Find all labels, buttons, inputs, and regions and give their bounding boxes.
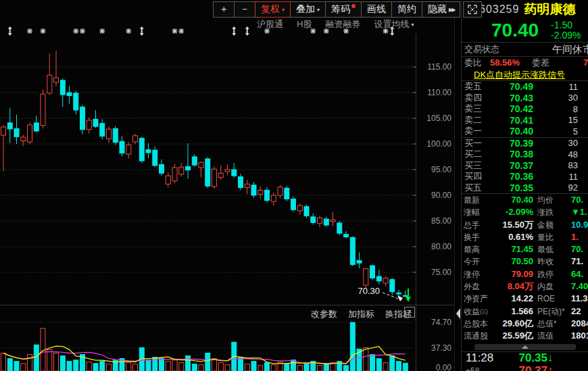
stat-row-6: 涨停79.09跌停64.	[462, 268, 588, 280]
stat-row-2: 总手15.50万金额10.9	[462, 219, 588, 231]
stat-value: 71.45	[486, 243, 533, 255]
stat-value: 70.50	[486, 255, 533, 268]
stat-label: 最低	[537, 243, 554, 255]
svg-text:100.00: 100.00	[426, 139, 451, 149]
subtoolbar-link-0[interactable]: 沪股通	[257, 18, 283, 30]
stat-label: 收益㈢	[464, 305, 488, 318]
book-price: 70.49	[489, 81, 533, 92]
indicator-toolbar: 改参数加指标换指标	[311, 308, 412, 320]
stat-row-5: 今开70.50昨收71.	[462, 255, 588, 268]
stat-value: 0.61%	[486, 231, 533, 243]
book-qty: 11	[533, 172, 588, 182]
stat-label: 内盘	[537, 280, 554, 293]
sell-row-0[interactable]: 卖五70.4911	[462, 81, 588, 93]
last-price: 70.40	[491, 20, 539, 41]
sell-row-2[interactable]: 卖三70.428	[462, 103, 588, 115]
sell-row-4[interactable]: 卖一70.405	[462, 126, 588, 137]
book-price: 70.42	[489, 103, 533, 114]
dk-row: DK点自动提示涨跌信号	[462, 69, 588, 80]
toolbar-button-1[interactable]: －	[234, 1, 255, 18]
buy-row-3[interactable]: 买四70.3611	[462, 171, 588, 182]
stat-label: 涨幅	[464, 206, 480, 218]
book-qty: 48	[533, 149, 588, 159]
book-price: 70.36	[489, 171, 533, 182]
tick-time: 11:28	[462, 351, 508, 365]
svg-text:80.00: 80.00	[431, 242, 451, 251]
toolbar-button-4[interactable]: 筹码	[325, 1, 362, 18]
toolbar-button-5[interactable]: 画线	[361, 1, 392, 18]
book-price: 70.37	[489, 160, 533, 171]
stat-value: 70.	[571, 194, 583, 206]
book-price: 70.43	[489, 93, 533, 103]
stat-label: 最高	[464, 243, 480, 255]
book-qty: 8	[533, 104, 588, 114]
quote-panel: ◀ 603259 药明康德 70.40 -1.50 -2.09% 交易状态 午间…	[461, 0, 588, 371]
chart-subtoolbar: 沪股通H股融资融券设置均线▾	[257, 18, 414, 30]
fullscreen-icon[interactable]	[463, 1, 482, 18]
chevron-down-icon: ▾	[317, 7, 320, 13]
stat-label: 量比	[537, 231, 554, 243]
red-dot-icon	[351, 4, 356, 8]
book-qty: 15	[533, 115, 588, 125]
price-change: -1.50	[551, 20, 581, 30]
tick-row-0[interactable]: 11:2870.35↓	[462, 352, 588, 365]
price-change-pct: -2.09%	[551, 30, 581, 41]
toolbar-button-0[interactable]: ＋	[213, 1, 235, 18]
chevron-up-icon	[522, 345, 529, 349]
book-label: 买五	[462, 182, 489, 194]
toolbar-button-2[interactable]: 复权▾	[255, 1, 291, 18]
buy-row-0[interactable]: 买一70.3930	[462, 138, 588, 149]
collapse-panel-icon[interactable]	[456, 308, 460, 319]
buy-row-2[interactable]: 买三70.3783	[462, 160, 588, 172]
svg-text:110.00: 110.00	[427, 88, 451, 97]
stat-label: 流值	[537, 330, 554, 342]
book-price: 70.39	[489, 138, 533, 149]
tick-row-1[interactable]: +5870.37↑	[462, 365, 588, 371]
stat-value: 1.566	[486, 305, 533, 318]
sell-row-1[interactable]: 卖四70.4330	[462, 93, 588, 104]
stat-row-1: 涨幅-2.09%涨跌▼1.	[462, 206, 588, 218]
close-indicator-button[interactable]: ×	[404, 307, 415, 318]
toolbar-button-6[interactable]: 简约	[391, 1, 422, 18]
stat-label: 流通股	[464, 330, 488, 342]
svg-text:95.00: 95.00	[431, 165, 451, 174]
toolbar-button-7[interactable]: 隐藏▶▶	[422, 1, 460, 18]
svg-text:0.00: 0.00	[436, 363, 452, 371]
subtoolbar-link-2[interactable]: 融资融券	[325, 18, 360, 30]
stat-value: 25.59亿	[486, 330, 533, 342]
book-price: 70.38	[489, 149, 533, 159]
trade-status-value: 午间休市	[552, 43, 588, 56]
book-label: 卖三	[462, 103, 489, 115]
chart-area: 115.00110.00105.00100.0095.0090.0085.008…	[0, 0, 454, 371]
subtoolbar-link-3[interactable]: 设置均线▾	[374, 18, 414, 30]
svg-text:105.00: 105.00	[426, 114, 451, 123]
stats-grid: 最新70.40均价70.涨幅-2.09%涨跌▼1.总手15.50万金额10.9换…	[462, 194, 588, 343]
weibi-row: 委比 58.56% 委差 7	[462, 57, 588, 69]
stat-value: 15.50万	[486, 219, 533, 231]
stat-label: 总股本	[464, 318, 488, 330]
book-label: 买三	[462, 159, 489, 172]
stat-label: 涨停	[464, 268, 480, 280]
double-arrow-icon: ▶▶	[449, 7, 454, 13]
stock-name: 药明康德	[524, 1, 575, 18]
toolbar-button-3[interactable]: 叠加▾	[290, 1, 326, 18]
stat-label: 均价	[537, 194, 554, 206]
sell-row-3[interactable]: 卖二70.4115	[462, 115, 588, 126]
indicator-link-1[interactable]: 加指标	[348, 308, 374, 320]
tick-price: 70.37↑	[508, 364, 564, 371]
svg-text:75.00: 75.00	[431, 268, 451, 277]
dk-signal-link[interactable]: DK点自动提示涨跌信号	[474, 70, 565, 80]
stat-value: -2.09%	[486, 206, 533, 218]
svg-text:90.00: 90.00	[431, 191, 451, 200]
book-qty: 83	[533, 160, 588, 170]
buy-row-1[interactable]: 买二70.3848	[462, 149, 588, 160]
scroll-handle[interactable]	[474, 344, 576, 350]
subtoolbar-link-1[interactable]: H股	[297, 18, 312, 30]
tick-price: 70.35↓	[508, 351, 564, 365]
stat-value: 2084	[571, 318, 588, 330]
stat-label: 跌停	[537, 268, 554, 280]
indicator-link-0[interactable]: 改参数	[311, 308, 337, 320]
stat-row-7: 外盘8.04万内盘7.40	[462, 280, 588, 293]
app-window: 115.00110.00105.00100.0095.0090.0085.008…	[0, 0, 588, 371]
buy-row-4[interactable]: 买五70.3592	[462, 182, 588, 194]
